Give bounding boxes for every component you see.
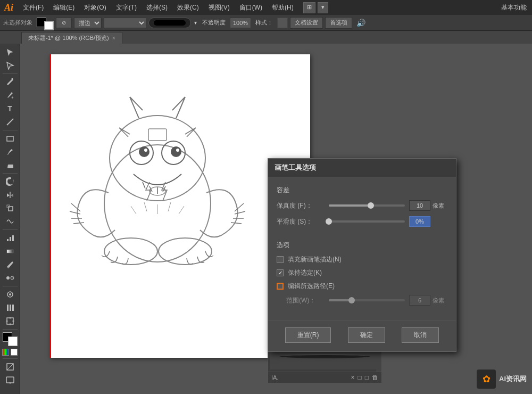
svg-rect-6 bbox=[9, 207, 13, 211]
color-swatch-group bbox=[37, 18, 54, 30]
keep-checkbox[interactable] bbox=[277, 269, 284, 276]
smoothness-row: 平滑度 (S)： 0% bbox=[277, 216, 447, 227]
smoothness-value[interactable]: 0% bbox=[409, 216, 430, 227]
tool-rect[interactable] bbox=[2, 132, 18, 145]
document-tab[interactable]: 未标题-1* @ 100% (RGB/预览) × bbox=[21, 32, 122, 44]
tool-eraser[interactable] bbox=[2, 159, 18, 171]
reset-btn[interactable]: 重置(R) bbox=[285, 327, 331, 343]
edit-checkbox[interactable] bbox=[277, 283, 284, 290]
tool-sep-7 bbox=[3, 358, 18, 359]
menu-select[interactable]: 选择(S) bbox=[142, 2, 172, 13]
svg-point-39 bbox=[104, 238, 157, 265]
menu-window[interactable]: 窗口(W) bbox=[235, 2, 267, 13]
tool-eyedropper[interactable] bbox=[2, 258, 18, 271]
edit-checkbox-row: 编辑所选路径(E) bbox=[277, 282, 447, 291]
tool-column[interactable] bbox=[2, 301, 18, 314]
panel-footer: IA. × □ □ 🗑 bbox=[268, 372, 381, 383]
svg-line-26 bbox=[7, 364, 13, 370]
svg-point-13 bbox=[6, 276, 10, 280]
tool-paint[interactable] bbox=[2, 145, 18, 158]
style-label: 样式： bbox=[255, 19, 273, 27]
tab-close-btn[interactable]: × bbox=[112, 35, 115, 41]
bg-color[interactable] bbox=[8, 336, 18, 346]
smoothness-thumb[interactable] bbox=[326, 218, 332, 225]
tool-line[interactable] bbox=[2, 116, 18, 128]
stroke-mode-icon[interactable]: ⊘ bbox=[56, 18, 72, 28]
stroke-style-dropdown[interactable] bbox=[104, 18, 146, 28]
menu-text[interactable]: 文字(T) bbox=[112, 2, 141, 13]
tool-symbol[interactable] bbox=[2, 288, 18, 301]
speaker-icon: 🔊 bbox=[356, 19, 365, 27]
cancel-btn[interactable]: 取消 bbox=[402, 327, 439, 343]
tool-warp[interactable] bbox=[2, 215, 18, 228]
fidelity-value[interactable]: 10 bbox=[409, 200, 430, 211]
menu-bar: Ai 文件(F) 编辑(E) 对象(O) 文字(T) 选择(S) 效果(C) 视… bbox=[0, 0, 532, 15]
menu-view[interactable]: 视图(V) bbox=[204, 2, 234, 13]
tool-graph[interactable] bbox=[2, 232, 18, 244]
stroke-dropdown[interactable]: 描边 bbox=[74, 18, 102, 28]
stroke-swatch[interactable] bbox=[44, 21, 54, 30]
tool-sep-1 bbox=[3, 73, 18, 74]
fidelity-slider[interactable] bbox=[329, 204, 405, 207]
toolbox: + T bbox=[0, 44, 20, 394]
menu-edit[interactable]: 编辑(E) bbox=[49, 2, 79, 13]
selection-label: 未选择对象 bbox=[3, 19, 32, 27]
tool-sep-3 bbox=[3, 173, 18, 174]
menu-effect[interactable]: 效果(C) bbox=[173, 2, 203, 13]
fidelity-unit: 像素 bbox=[433, 202, 447, 210]
color-mode-btn[interactable] bbox=[2, 349, 9, 356]
panel-icon-new[interactable]: □ bbox=[365, 374, 369, 381]
smoothness-label: 平滑度 (S)： bbox=[277, 217, 325, 226]
view-mode-icon[interactable]: ⊞ bbox=[303, 2, 315, 13]
main-area: + T bbox=[0, 44, 532, 394]
svg-line-2 bbox=[7, 119, 13, 125]
svg-rect-9 bbox=[10, 237, 11, 241]
keep-label: 保持选定(K) bbox=[288, 268, 322, 277]
watermark: ✿ AI资讯网 bbox=[477, 370, 527, 389]
opacity-label: 不透明度 bbox=[202, 19, 226, 27]
no-color-btn[interactable] bbox=[11, 349, 18, 356]
menu-file[interactable]: 文件(F) bbox=[19, 2, 48, 13]
range-row: 范围(W)： 6 像素 bbox=[277, 295, 447, 306]
ok-btn[interactable]: 确定 bbox=[348, 327, 385, 343]
tool-direct-select[interactable] bbox=[2, 59, 18, 72]
canvas-area: 画笔工具选项 容差 保真度 (F)： 10 像素 bbox=[20, 44, 532, 394]
tab-bar: 未标题-1* @ 100% (RGB/预览) × bbox=[0, 31, 532, 44]
opacity-input[interactable] bbox=[230, 18, 251, 28]
panel-icon-x[interactable]: × bbox=[351, 374, 354, 381]
svg-rect-10 bbox=[12, 235, 14, 241]
color-mode-icons bbox=[2, 349, 18, 356]
tool-pen[interactable] bbox=[2, 76, 18, 88]
dialog-title: 画笔工具选项 bbox=[275, 163, 316, 171]
tool-scale[interactable] bbox=[2, 202, 18, 215]
svg-point-36 bbox=[144, 149, 147, 152]
panel-footer-icons: × □ □ 🗑 bbox=[351, 374, 378, 381]
svg-rect-19 bbox=[12, 305, 14, 311]
tool-rotate[interactable] bbox=[2, 175, 18, 188]
fidelity-thumb[interactable] bbox=[368, 202, 374, 209]
tool-blend[interactable] bbox=[2, 272, 18, 284]
tool-mirror[interactable] bbox=[2, 188, 18, 201]
view-dropdown[interactable]: ▾ bbox=[318, 2, 328, 13]
menu-help[interactable]: 帮助(H) bbox=[268, 2, 298, 13]
doc-settings-btn[interactable]: 文档设置 bbox=[290, 17, 323, 29]
menu-object[interactable]: 对象(O) bbox=[80, 2, 110, 13]
fill-checkbox-row: 填充新画笔描边(N) bbox=[277, 255, 447, 264]
tool-screen-mode[interactable] bbox=[2, 374, 18, 387]
tool-add-anchor[interactable]: + bbox=[2, 89, 18, 102]
tool-select-arrow[interactable] bbox=[2, 46, 18, 59]
fill-label: 填充新画笔描边(N) bbox=[288, 255, 342, 264]
fill-checkbox[interactable] bbox=[277, 256, 284, 263]
svg-point-34 bbox=[139, 146, 149, 157]
tool-draw-mode[interactable] bbox=[2, 360, 18, 373]
preferences-btn[interactable]: 首选项 bbox=[325, 17, 352, 29]
svg-point-16 bbox=[9, 293, 11, 296]
tool-gradient[interactable] bbox=[2, 245, 18, 258]
tool-artboard[interactable] bbox=[2, 315, 18, 327]
panel-icon-trash[interactable]: 🗑 bbox=[372, 374, 378, 381]
panel-icon-copy[interactable]: □ bbox=[358, 374, 362, 381]
tool-sep-5 bbox=[3, 286, 18, 286]
smoothness-slider[interactable] bbox=[329, 220, 405, 223]
tool-type[interactable]: T bbox=[2, 102, 18, 115]
toolbar: 未选择对象 ⊘ 描边 ▾ 不透明度 样式： 文档设置 首选项 🔊 bbox=[0, 15, 532, 31]
